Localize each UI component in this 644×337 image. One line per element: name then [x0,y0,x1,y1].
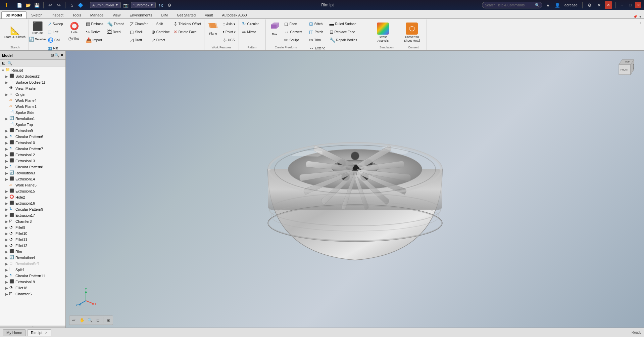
tab-a360[interactable]: Autodesk A360 [217,11,251,18]
thicken-btn[interactable]: ⇕ Thicken/ Offset [172,20,203,28]
settings-icon[interactable]: ⚙ [166,1,173,9]
filter-icon[interactable]: ⊡ [51,53,54,57]
shaded-icon[interactable]: ◉ [105,317,112,324]
tree-item-revolution1[interactable]: ▶ 🔄 Revolution1 [0,116,65,122]
win-exit-btn[interactable]: ✕ [635,2,641,8]
tab-my-home[interactable]: My Home [3,329,26,336]
coil-btn[interactable]: 🌀 Coil [46,36,65,44]
tree-item-chamfer5[interactable]: ▶ ◸ Chamfer5 [0,291,65,297]
circular-btn[interactable]: ↻ Circular [240,20,260,28]
search-input[interactable] [482,2,542,8]
thread-btn[interactable]: 🔩 Thread [105,20,126,28]
emboss-btn[interactable]: ▤ Emboss [84,20,105,28]
find-btn[interactable]: 🔍 [7,61,12,66]
tree-item-circular-pattern7[interactable]: ▶ ↻ Circular Pattern7 [0,146,65,152]
tree-item-extrusion14[interactable]: ▶ ⬛ Extrusion14 [0,176,65,182]
app-icon[interactable]: T [3,1,10,9]
start-2d-sketch-btn[interactable]: 📐 Start 2D Sketch [3,25,27,40]
tree-item-revolution4[interactable]: ▶ 🔄 Revolution4 [0,255,65,261]
tab-vault[interactable]: Vault [200,11,217,18]
pin-icon[interactable]: 📌 [633,15,637,18]
extend-btn[interactable]: ↔ Extend [307,44,327,51]
tree-item-circular-pattern11[interactable]: ▶ ↻ Circular Pattern11 [0,273,65,279]
tree-item-view-master[interactable]: 👁 View: Master [0,85,65,91]
hole-btn[interactable]: ⭕ Hole [67,20,82,35]
fillet-btn[interactable]: ◔ Fillet [67,35,80,42]
tree-item-extrusion12[interactable]: ▶ ⬛ Extrusion12 [0,152,65,158]
stitch-btn[interactable]: ⊞ Stitch [307,20,327,28]
tab-manage[interactable]: Manage [86,11,108,18]
chevron-icon[interactable]: ▼ [639,15,642,18]
patch-btn[interactable]: ◫ Patch [307,28,327,36]
tree-item-solid-bodies[interactable]: ▶ ⬛ Solid Bodies(1) [0,73,65,79]
tree-item-fillet12[interactable]: ▶ ◔ Fillet12 [0,243,65,249]
viewport[interactable]: TOP FRONT RIGHT X Y Z [66,51,644,328]
shell-btn[interactable]: ◻ Shell [128,28,149,36]
settings2-icon[interactable]: ⚙ [586,1,593,9]
decal-btn[interactable]: 🖼 Decal [105,28,126,36]
ribbon-expand-icon[interactable]: ◂ [639,20,642,25]
3d-view-btn[interactable]: 🔷 [77,1,84,9]
rotate-view-icon[interactable]: ↩ [70,317,78,324]
direct-btn[interactable]: ↗ Direct [150,36,171,44]
tree-item-extrusion19[interactable]: ▶ ⬛ Extrusion19 [0,279,65,285]
new-btn[interactable]: 📄 [16,1,23,9]
convert-sheet-metal-btn[interactable]: ⬡ Convert toSheet Metal [401,21,422,44]
viewcube[interactable]: TOP FRONT RIGHT [614,54,641,81]
stress-analysis-btn[interactable]: StressAnalysis [375,21,391,44]
tree-item-fillet11[interactable]: ▶ ◔ Fillet11 [0,237,65,243]
tree-item-surface-bodies[interactable]: ▶ ◻ Surface Bodies(1) [0,79,65,85]
ucs-btn[interactable]: ⊹ UCS [221,36,237,44]
tree-item-rim-ipt[interactable]: ▼ 📁 Rim.ipt [0,67,65,73]
split-btn[interactable]: ⊢ Split [150,20,171,28]
tree-item-circular-pattern6[interactable]: ▶ ↻ Circular Pattern6 [0,134,65,140]
chamfer-btn[interactable]: ◸ Chamfer [128,20,149,28]
import-btn[interactable]: 📥 Import [84,36,105,44]
tab-bim[interactable]: BIM [157,11,172,18]
ruled-surface-btn[interactable]: ▬ Ruled Surface [328,20,359,28]
axis-btn[interactable]: ↕ Axis ▾ [221,20,237,28]
derive-btn[interactable]: ↪ Derive [84,28,105,36]
tab-rim-close-btn[interactable]: ✕ [45,331,48,335]
zoom-icon[interactable]: 🔍 [86,317,94,324]
tree-item-extrusion15[interactable]: ▶ ⬛ Extrusion15 [0,188,65,194]
tree-item-hole2[interactable]: ▶ ⭕ Hole2 [0,194,65,200]
save-btn[interactable]: 💾 [33,1,41,9]
tree-item-chamfer3[interactable]: ▶ ◸ Chamfer3 [0,218,65,224]
tree-item-split1[interactable]: ▶ ⊢ Split1 [0,267,65,273]
tree-item-workplane1[interactable]: ▱ Work Plane1 [0,103,65,110]
pan-icon[interactable]: ✋ [78,317,86,324]
tree-item-spoke-top[interactable]: 📄 Spoke Top [0,122,65,128]
delete-face-btn[interactable]: ✕ Delete Face [172,28,203,36]
tree-item-fillet9[interactable]: ▶ ◔ Fillet9 [0,224,65,230]
sweep-btn[interactable]: ↗ Sweep [46,20,65,28]
plane-btn[interactable]: Plane [206,20,220,36]
win-max-btn[interactable]: □ [627,2,633,8]
mirror-btn[interactable]: ⇔ Mirror [240,28,260,36]
win-close-icon[interactable]: ✕ [605,1,612,9]
open-btn[interactable]: 📂 [24,1,32,9]
repair-bodies-btn[interactable]: 🔧 Repair Bodies [328,36,359,44]
tab-sketch[interactable]: Sketch [27,11,47,18]
tree-item-fillet18[interactable]: ▶ ◔ Fillet18 [0,285,65,291]
user-icon[interactable]: 👤 [554,1,561,9]
revolve-btn[interactable]: 🔄 Revolve [30,36,44,43]
tree-item-revolution3[interactable]: ▶ 🔄 Revolution3 [0,170,65,176]
tree-item-workplane5[interactable]: ▱ Work Plane5 [0,182,65,188]
tab-environments[interactable]: Environments [125,11,156,18]
extrude-btn[interactable]: ⬛ Extrude [30,20,45,36]
win-min-btn[interactable]: − [619,2,625,8]
home-btn[interactable]: ⌂ [68,1,76,9]
tree-item-extrusion13[interactable]: ▶ ⬛ Extrusion13 [0,158,65,164]
redo-btn[interactable]: ↪ [55,1,62,9]
tree-item-fillet10[interactable]: ▶ ◔ Fillet10 [0,230,65,237]
tab-view[interactable]: View [108,11,125,18]
trim-btn[interactable]: ✂ Trim [307,36,327,44]
tree-item-circular-pattern9[interactable]: ▶ ↻ Circular Pattern9 [0,206,65,212]
face-btn[interactable]: ◻ Face [283,20,303,28]
tree-item-extrusion17[interactable]: ▶ ⬛ Extrusion17 [0,212,65,218]
replace-face-btn[interactable]: ⊟ Replace Face [328,28,359,36]
material-dropdown[interactable]: Aluminum-60 ▼ [90,2,121,8]
convert-btn[interactable]: ↔ Convert [283,28,303,36]
close-icon[interactable]: ✕ [595,1,603,9]
